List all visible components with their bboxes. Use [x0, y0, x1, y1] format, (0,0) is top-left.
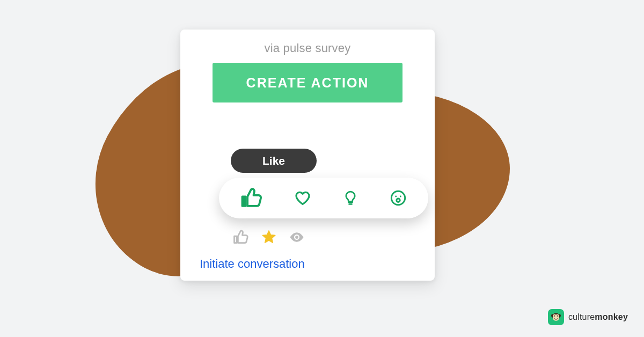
star-icon	[261, 229, 277, 245]
svg-point-13	[557, 316, 558, 317]
svg-point-3	[397, 199, 400, 202]
brand-logo: culturemonkey	[548, 309, 628, 325]
brand-name-bold: monkey	[595, 312, 628, 321]
reaction-tooltip: Like	[231, 149, 317, 173]
eye-icon	[289, 229, 305, 245]
reaction-idea-button[interactable]	[340, 188, 361, 208]
svg-point-2	[400, 196, 401, 197]
reaction-like-button[interactable]	[238, 185, 265, 211]
create-action-button[interactable]: CREATE ACTION	[213, 63, 402, 102]
brand-name: culturemonkey	[568, 312, 628, 322]
brand-name-prefix: culture	[568, 312, 595, 321]
svg-point-5	[295, 236, 298, 239]
status-icons-row	[233, 229, 305, 245]
surprised-face-icon	[390, 189, 407, 207]
monkey-icon	[548, 309, 564, 325]
reaction-picker	[219, 178, 428, 218]
action-card: via pulse survey CREATE ACTION Like	[180, 30, 435, 281]
svg-point-1	[395, 196, 397, 197]
lightbulb-icon	[342, 190, 358, 206]
svg-point-12	[554, 316, 555, 317]
heart-icon	[294, 189, 311, 207]
thumbs-up-outline-icon	[233, 229, 249, 245]
reaction-heart-button[interactable]	[292, 187, 313, 209]
thumbs-up-icon	[240, 187, 263, 209]
initiate-conversation-link[interactable]: Initiate conversation	[200, 257, 305, 271]
card-subtitle: via pulse survey	[200, 41, 415, 55]
reaction-surprised-button[interactable]	[387, 187, 409, 209]
